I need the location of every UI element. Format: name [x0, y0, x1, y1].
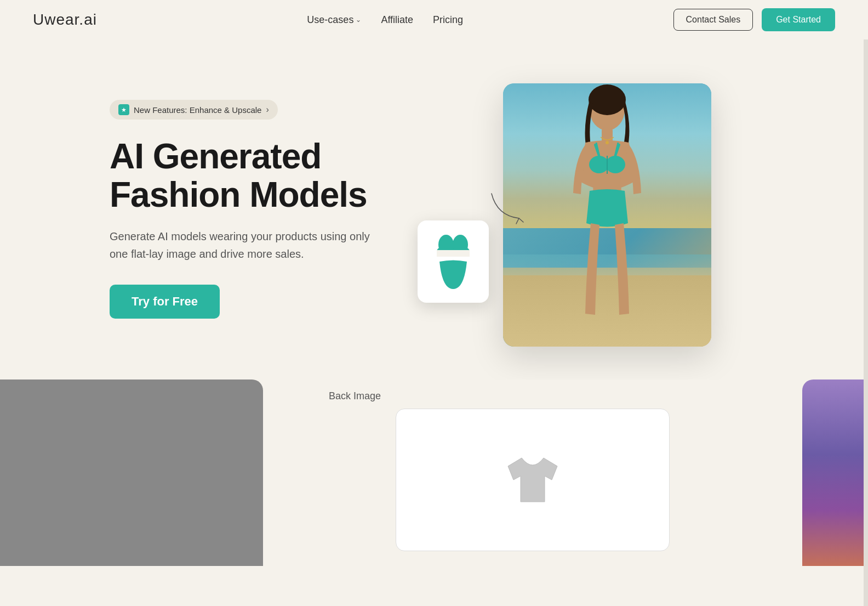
- nav-actions: Contact Sales Get Started: [673, 8, 835, 31]
- badge-text: New Features: Enhance & Upscale: [134, 105, 261, 115]
- bottom-section: Back Image: [0, 380, 868, 566]
- shirt-preview-box: [396, 409, 670, 551]
- logo-text: Uwear.ai: [33, 11, 97, 28]
- hero-title: AI Generated Fashion Models: [110, 137, 412, 214]
- svg-point-8: [606, 156, 625, 173]
- get-started-button[interactable]: Get Started: [762, 8, 835, 31]
- hero-right: [456, 83, 758, 347]
- svg-rect-3: [437, 250, 470, 257]
- scrollbar[interactable]: [864, 0, 868, 606]
- shirt-icon: [500, 450, 566, 510]
- model-image: [503, 83, 711, 347]
- try-for-free-button[interactable]: Try for Free: [110, 285, 220, 319]
- badge-icon: ★: [118, 104, 129, 115]
- header: Uwear.ai Use-cases ⌄ Affiliate Pricing C…: [0, 0, 868, 39]
- bottom-card-purple: [802, 380, 868, 566]
- bottom-card-center: Back Image: [263, 380, 802, 566]
- navigation: Use-cases ⌄ Affiliate Pricing: [307, 14, 463, 26]
- model-figure-svg: [541, 83, 673, 347]
- logo[interactable]: Uwear.ai: [33, 11, 97, 29]
- svg-point-5: [589, 84, 626, 115]
- bottom-card-gray: [0, 380, 263, 566]
- back-image-label: Back Image: [329, 390, 381, 402]
- hero-subtitle: Generate AI models wearing your products…: [110, 228, 373, 263]
- swimsuit-icon: [434, 235, 472, 289]
- feature-badge[interactable]: ★ New Features: Enhance & Upscale ›: [110, 100, 278, 120]
- hero-section: ★ New Features: Enhance & Upscale › AI G…: [0, 39, 868, 380]
- nav-use-cases[interactable]: Use-cases ⌄: [307, 14, 361, 26]
- arrow-curve: [481, 183, 524, 229]
- product-flatlay-card: [418, 220, 489, 303]
- chevron-down-icon: ⌄: [356, 16, 361, 24]
- hero-left: ★ New Features: Enhance & Upscale › AI G…: [110, 83, 412, 319]
- nav-affiliate[interactable]: Affiliate: [381, 14, 413, 26]
- nav-pricing[interactable]: Pricing: [433, 14, 463, 26]
- chevron-right-icon: ›: [266, 105, 269, 115]
- svg-point-12: [606, 141, 609, 144]
- contact-sales-button[interactable]: Contact Sales: [673, 9, 753, 31]
